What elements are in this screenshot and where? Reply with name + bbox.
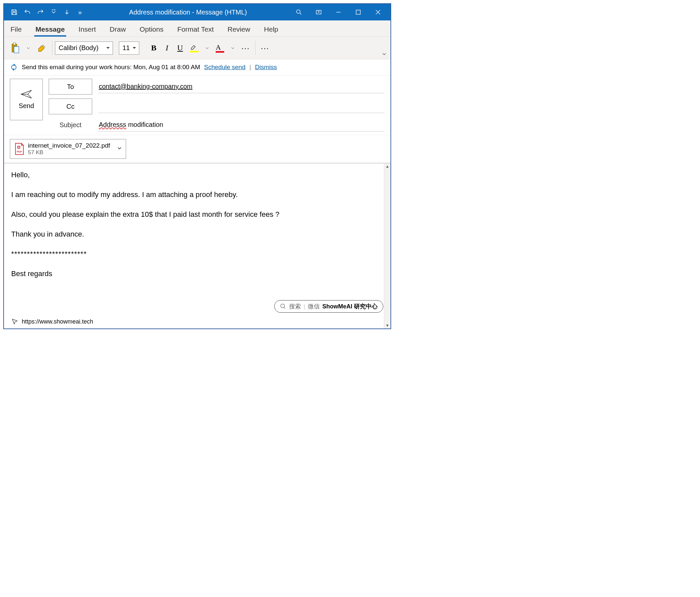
wechat-label: 微信 — [308, 303, 320, 310]
qat-dropdown-icon[interactable] — [48, 6, 59, 18]
font-name-combo[interactable] — [55, 42, 113, 55]
highlight-dropdown[interactable] — [202, 41, 212, 55]
message-header: Send To contact@banking-company.com Cc S… — [4, 75, 391, 135]
tab-format-text[interactable]: Format Text — [176, 23, 215, 37]
banner-text: Send this email during your work hours: … — [22, 64, 200, 71]
redo-icon[interactable] — [35, 6, 46, 18]
paste-button[interactable] — [7, 41, 22, 55]
tab-draw[interactable]: Draw — [108, 23, 127, 37]
font-color-button[interactable]: A — [213, 41, 227, 55]
subject-field[interactable]: Addresss modification — [98, 118, 384, 132]
search-icon[interactable] — [291, 6, 307, 18]
bold-button[interactable]: B — [148, 41, 160, 55]
tab-help[interactable]: Help — [263, 23, 279, 37]
svg-point-9 — [281, 304, 285, 308]
cursor-icon — [11, 318, 19, 325]
tab-options[interactable]: Options — [138, 23, 165, 37]
message-body-area: Hello, I am reaching out to modify my ad… — [4, 163, 391, 329]
body-line: Hello, — [11, 169, 383, 181]
svg-text:PDF: PDF — [17, 150, 22, 153]
svg-rect-5 — [14, 46, 19, 53]
send-button[interactable]: Send — [10, 79, 43, 120]
attachment-size: 57 KB — [28, 149, 110, 156]
tab-file[interactable]: File — [9, 23, 23, 37]
search-icon — [280, 303, 286, 310]
ribbon-display-icon[interactable] — [310, 6, 327, 18]
svg-rect-2 — [356, 10, 360, 15]
ribbon-tabs: File Message Insert Draw Options Format … — [4, 20, 391, 37]
highlight-swatch — [190, 51, 199, 52]
attachment-name: internet_invoice_07_2022.pdf — [28, 142, 110, 149]
scroll-up-icon[interactable]: ▲ — [384, 163, 391, 169]
scroll-down-icon[interactable]: ▼ — [384, 323, 391, 329]
font-color-dropdown[interactable] — [228, 41, 238, 55]
qat-overflow[interactable]: » — [74, 6, 85, 18]
to-field[interactable]: contact@banking-company.com — [98, 80, 384, 93]
tab-insert[interactable]: Insert — [77, 23, 97, 37]
to-button[interactable]: To — [49, 79, 92, 95]
highlight-button[interactable] — [188, 41, 201, 55]
quick-access-toolbar: » — [4, 6, 85, 18]
body-line: I am reaching out to modify my address. … — [11, 189, 383, 200]
clock-icon — [10, 63, 18, 71]
more-formatting[interactable]: ··· — [239, 41, 253, 55]
banner-separator: | — [250, 64, 251, 71]
schedule-banner: Send this email during your work hours: … — [4, 59, 391, 75]
message-body[interactable]: Hello, I am reaching out to modify my ad… — [4, 163, 391, 294]
outlook-compose-window: » Address modification - Message (HTML) … — [3, 3, 391, 329]
maximize-button[interactable] — [350, 6, 367, 18]
tab-review[interactable]: Review — [226, 23, 252, 37]
search-label: 搜索 — [289, 303, 301, 310]
body-line: Thank you in advance. — [11, 229, 383, 240]
body-line: ************************ — [11, 248, 383, 260]
italic-button[interactable]: I — [161, 41, 173, 55]
attachment-dropdown[interactable] — [117, 146, 122, 152]
subject-label: Subject — [49, 121, 92, 129]
close-button[interactable] — [370, 6, 386, 18]
vertical-scrollbar[interactable]: ▲ ▼ — [384, 163, 391, 329]
qat-down-icon[interactable] — [61, 6, 72, 18]
underline-button[interactable]: U — [174, 41, 186, 55]
body-line: Best regards — [11, 268, 383, 279]
ribbon-collapse-icon[interactable] — [382, 52, 386, 58]
paste-dropdown[interactable] — [24, 41, 33, 55]
more-commands[interactable]: ··· — [258, 41, 272, 55]
format-painter-icon[interactable] — [34, 41, 49, 55]
attachments-area: PDF internet_invoice_07_2022.pdf 57 KB — [4, 135, 391, 163]
pdf-icon: PDF — [14, 143, 25, 155]
save-icon[interactable] — [8, 6, 20, 18]
footer-link[interactable]: https://www.showmeai.tech — [11, 318, 93, 325]
svg-point-0 — [297, 10, 300, 14]
title-bar: » Address modification - Message (HTML) — [4, 4, 391, 20]
svg-rect-4 — [13, 43, 16, 45]
window-title: Address modification - Message (HTML) — [85, 8, 291, 16]
minimize-button[interactable] — [330, 6, 347, 18]
font-size-combo[interactable] — [119, 42, 139, 55]
body-line: Also, could you please explain the extra… — [11, 209, 383, 220]
cc-field[interactable] — [98, 100, 384, 113]
ribbon: B I U A ··· ··· — [4, 37, 391, 59]
brand-label: ShowMeAI 研究中心 — [322, 303, 378, 310]
cc-button[interactable]: Cc — [49, 98, 92, 114]
schedule-send-link[interactable]: Schedule send — [204, 64, 246, 71]
undo-icon[interactable] — [22, 6, 33, 18]
search-pill-overlay[interactable]: 搜索 | 微信 ShowMeAI 研究中心 — [274, 300, 383, 313]
dismiss-link[interactable]: Dismiss — [255, 64, 277, 71]
attachment-item[interactable]: PDF internet_invoice_07_2022.pdf 57 KB — [10, 139, 126, 159]
tab-message[interactable]: Message — [34, 23, 66, 37]
